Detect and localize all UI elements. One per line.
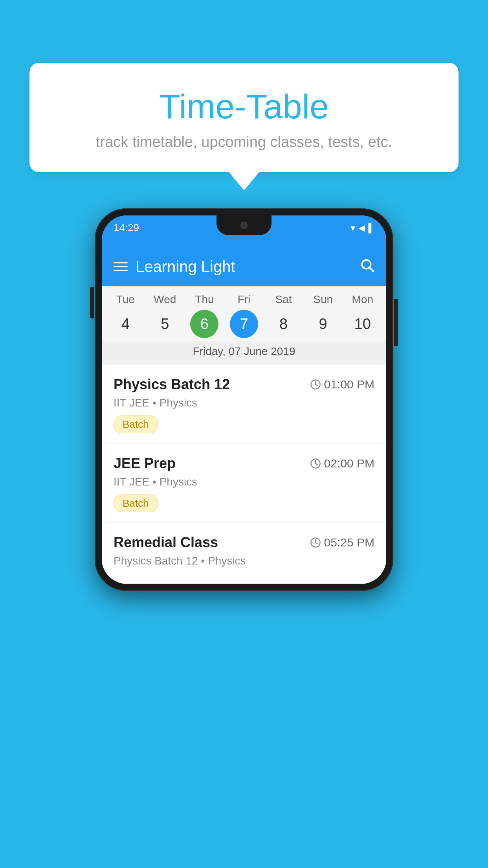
schedule-header: JEE Prep 02:00 PM bbox=[114, 455, 374, 472]
clock-icon bbox=[310, 379, 321, 390]
day-col-thu[interactable]: Thu6 bbox=[185, 293, 224, 338]
class-name: Remedial Class bbox=[114, 534, 218, 551]
phone-outer: 14:29 ▾ ◀ ▌ Learning Light bbox=[95, 208, 393, 591]
clock-icon bbox=[310, 458, 321, 469]
day-col-sun[interactable]: Sun9 bbox=[303, 293, 343, 338]
day-number: 10 bbox=[349, 310, 377, 338]
day-col-tue[interactable]: Tue4 bbox=[106, 293, 145, 338]
time-text: 05:25 PM bbox=[324, 536, 374, 549]
schedule-header: Physics Batch 12 01:00 PM bbox=[114, 376, 374, 393]
app-title: Learning Light bbox=[136, 258, 360, 276]
time-text: 01:00 PM bbox=[324, 378, 374, 391]
app-bar: Learning Light bbox=[102, 247, 386, 286]
schedule-list: Physics Batch 12 01:00 PMIIT JEE • Physi… bbox=[102, 364, 386, 584]
svg-line-1 bbox=[370, 268, 373, 271]
menu-icon[interactable] bbox=[114, 262, 128, 271]
class-time: 02:00 PM bbox=[310, 457, 374, 470]
notch bbox=[216, 215, 272, 235]
status-icons: ▾ ◀ ▌ bbox=[350, 223, 374, 234]
class-name: Physics Batch 12 bbox=[114, 376, 230, 393]
phone-screen: 14:29 ▾ ◀ ▌ Learning Light bbox=[102, 215, 386, 584]
day-col-sat[interactable]: Sat8 bbox=[264, 293, 303, 338]
day-number: 5 bbox=[151, 310, 179, 338]
schedule-item[interactable]: Remedial Class 05:25 PMPhysics Batch 12 … bbox=[102, 522, 386, 584]
time-text: 02:00 PM bbox=[324, 457, 374, 470]
camera bbox=[240, 222, 248, 229]
class-time: 05:25 PM bbox=[310, 536, 374, 549]
day-name: Fri bbox=[238, 293, 251, 306]
day-number: 6 bbox=[190, 310, 218, 338]
battery-icon: ▌ bbox=[368, 223, 374, 233]
signal-icon: ◀ bbox=[358, 223, 365, 233]
days-row: Tue4Wed5Thu6Fri7Sat8Sun9Mon10 bbox=[102, 286, 386, 341]
bubble-subtitle: track timetable, upcoming classes, tests… bbox=[49, 134, 439, 151]
speech-bubble-container: Time-Table track timetable, upcoming cla… bbox=[29, 63, 459, 172]
day-name: Mon bbox=[352, 293, 373, 306]
day-col-fri[interactable]: Fri7 bbox=[224, 293, 264, 338]
status-time: 14:29 bbox=[114, 222, 139, 234]
batch-badge: Batch bbox=[114, 416, 158, 433]
calendar-section: Tue4Wed5Thu6Fri7Sat8Sun9Mon10 Friday, 07… bbox=[102, 286, 386, 364]
day-name: Sun bbox=[313, 293, 333, 306]
class-meta: Physics Batch 12 • Physics bbox=[114, 555, 374, 567]
bubble-title: Time-Table bbox=[49, 86, 439, 127]
day-name: Sat bbox=[275, 293, 292, 306]
day-name: Tue bbox=[116, 293, 135, 306]
day-number: 7 bbox=[230, 310, 258, 338]
phone-mockup: 14:29 ▾ ◀ ▌ Learning Light bbox=[95, 208, 393, 591]
selected-date-label: Friday, 07 June 2019 bbox=[102, 341, 386, 364]
schedule-item[interactable]: JEE Prep 02:00 PMIIT JEE • PhysicsBatch bbox=[102, 443, 386, 522]
schedule-item[interactable]: Physics Batch 12 01:00 PMIIT JEE • Physi… bbox=[102, 364, 386, 443]
day-name: Thu bbox=[195, 293, 214, 306]
search-icon[interactable] bbox=[360, 257, 374, 276]
day-number: 9 bbox=[309, 310, 337, 338]
speech-bubble: Time-Table track timetable, upcoming cla… bbox=[29, 63, 459, 172]
day-col-mon[interactable]: Mon10 bbox=[343, 293, 382, 338]
day-col-wed[interactable]: Wed5 bbox=[145, 293, 185, 338]
class-meta: IIT JEE • Physics bbox=[114, 476, 374, 488]
class-time: 01:00 PM bbox=[310, 378, 374, 391]
schedule-header: Remedial Class 05:25 PM bbox=[114, 534, 374, 551]
status-bar: 14:29 ▾ ◀ ▌ bbox=[102, 215, 386, 247]
class-meta: IIT JEE • Physics bbox=[114, 397, 374, 409]
day-name: Wed bbox=[154, 293, 176, 306]
class-name: JEE Prep bbox=[114, 455, 176, 472]
clock-icon bbox=[310, 537, 321, 548]
day-number: 8 bbox=[270, 310, 298, 338]
day-number: 4 bbox=[111, 310, 139, 338]
wifi-icon: ▾ bbox=[350, 223, 355, 234]
batch-badge: Batch bbox=[114, 495, 158, 512]
